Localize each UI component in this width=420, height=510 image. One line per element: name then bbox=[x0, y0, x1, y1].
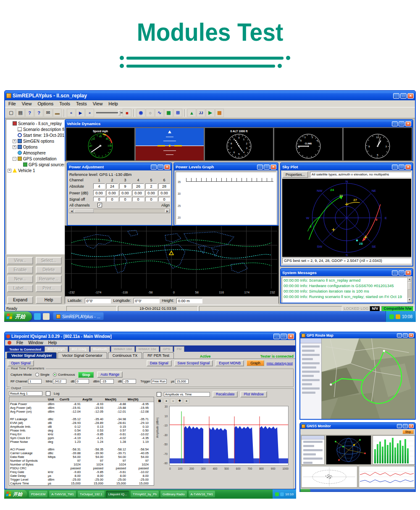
plot-cursor-icon[interactable]: + bbox=[184, 398, 189, 403]
power-value-field[interactable]: 0.00 bbox=[106, 190, 118, 196]
tree-action-button[interactable]: Delete bbox=[36, 266, 62, 274]
plot-window-button[interactable]: Plot Window bbox=[240, 391, 267, 398]
tree-item[interactable]: Atmosphere bbox=[6, 150, 64, 156]
recalculate-button[interactable]: Recalculate bbox=[213, 391, 238, 398]
menu-item[interactable]: Tools bbox=[59, 101, 70, 106]
map-icon[interactable]: ▦ bbox=[164, 109, 173, 117]
standard-tab[interactable]: 802.11b/g bbox=[69, 346, 89, 352]
taskbar-task-button[interactable]: SimREPLAYplus - ... bbox=[53, 312, 104, 321]
tree-item[interactable]: + SimGEN options bbox=[6, 138, 64, 144]
minimize-button[interactable] bbox=[273, 334, 280, 339]
snapshot-icon[interactable]: ◉ bbox=[136, 109, 145, 117]
grid-icon[interactable]: ▩ bbox=[215, 109, 224, 117]
clock-icon[interactable]: ○ bbox=[146, 109, 155, 117]
vehicle-dynamics-titlebar[interactable]: Vehicle Dynamics bbox=[66, 120, 412, 127]
all-channels-checkbox[interactable] bbox=[97, 203, 102, 207]
signal-off-field[interactable]: 0 bbox=[93, 197, 105, 201]
tree-expander[interactable] bbox=[18, 163, 22, 167]
longitude-field[interactable]: 0°0' bbox=[134, 298, 160, 303]
tray-icon[interactable] bbox=[396, 314, 400, 319]
field-input[interactable]: -15 bbox=[100, 379, 114, 384]
stop-icon[interactable]: ■ bbox=[123, 109, 131, 117]
tree-action-button[interactable]: View... bbox=[7, 257, 33, 264]
latitude-field[interactable]: 0°0' bbox=[85, 298, 111, 303]
tray-shield-icon[interactable] bbox=[389, 314, 394, 319]
minimize-button[interactable] bbox=[393, 93, 399, 99]
minimize-button[interactable] bbox=[392, 270, 398, 275]
height-field[interactable]: 0.00 m bbox=[176, 298, 202, 303]
print-icon[interactable]: ▤ bbox=[16, 109, 25, 117]
single-radio[interactable] bbox=[35, 373, 39, 377]
power-value-field[interactable]: 0.00 bbox=[145, 190, 157, 196]
tree-item[interactable]: GPS signal sources f bbox=[6, 162, 64, 167]
signal-off-field[interactable]: 0 bbox=[106, 197, 118, 201]
tree-item[interactable]: + Options bbox=[6, 144, 64, 150]
menu-item[interactable]: File bbox=[8, 101, 16, 106]
power-levels-titlebar[interactable]: Power Levels Graph bbox=[174, 163, 278, 170]
signal-off-field[interactable]: 0 bbox=[158, 197, 170, 201]
tree-action-button[interactable]: Select... bbox=[36, 257, 62, 264]
maximize-button[interactable] bbox=[399, 270, 404, 275]
play-icon[interactable]: ▶ bbox=[76, 109, 85, 117]
tree-item[interactable]: - GPS constellation bbox=[6, 156, 64, 162]
step-forward-icon[interactable]: » bbox=[85, 109, 94, 117]
tree-expander[interactable] bbox=[13, 133, 16, 137]
jamming-icon[interactable]: JJ bbox=[197, 109, 205, 117]
horizontal-scrollbar[interactable] bbox=[69, 209, 170, 213]
tree-action-button[interactable]: Label... bbox=[7, 285, 33, 292]
absolute-value-field[interactable]: 26 bbox=[132, 183, 144, 189]
tree-action-button[interactable]: Rename... bbox=[36, 275, 62, 283]
menu-item[interactable]: View bbox=[22, 101, 32, 106]
absolute-value-field[interactable]: 2 bbox=[145, 183, 157, 189]
route-map-canvas[interactable] bbox=[322, 338, 415, 419]
litepoint-titlebar[interactable]: Litepoint IQsignal 3.0.29 - [802.11a - M… bbox=[5, 332, 295, 340]
simreplay-titlebar[interactable]: SimREPLAYplus - ll.scn_replay bbox=[5, 91, 415, 100]
menu-item[interactable]: Help bbox=[48, 340, 57, 345]
standard-tab[interactable]: GPS bbox=[160, 346, 173, 352]
tree-action-button[interactable]: New... bbox=[7, 275, 33, 283]
mode-tab[interactable]: Continuous TX bbox=[108, 352, 142, 358]
tree-item[interactable]: Scenario - ll.scn_replay bbox=[6, 120, 64, 126]
layers-panel[interactable] bbox=[300, 338, 322, 419]
maximize-button[interactable] bbox=[399, 121, 404, 126]
tree-expander[interactable] bbox=[8, 122, 11, 126]
absolute-value-field[interactable]: 4 bbox=[93, 183, 105, 189]
menu-item[interactable]: Tests bbox=[76, 101, 87, 106]
standard-tab[interactable]: WiMAX 16d bbox=[111, 346, 134, 352]
signal-off-field[interactable]: 0 bbox=[145, 197, 157, 201]
absolute-value-field[interactable]: 9 bbox=[119, 183, 131, 189]
tree-action-button[interactable]: Expand bbox=[7, 296, 33, 304]
messages-scrollbar[interactable] bbox=[407, 277, 412, 303]
close-button[interactable] bbox=[405, 121, 411, 126]
minimize-button[interactable] bbox=[257, 165, 263, 170]
note-icon[interactable]: ▬ bbox=[53, 109, 62, 117]
plot-type-selector[interactable]: Amplitude vs. Time bbox=[164, 392, 210, 397]
log-checkbox[interactable] bbox=[46, 391, 50, 396]
minimize-button[interactable] bbox=[392, 165, 398, 170]
field-input[interactable]: 0 bbox=[76, 379, 89, 384]
menu-item[interactable]: View bbox=[93, 101, 103, 106]
plot-zoom-in-icon[interactable]: + bbox=[163, 398, 169, 403]
standard-tab[interactable]: 802.11a/g/n bbox=[45, 346, 68, 352]
close-button[interactable] bbox=[405, 270, 411, 275]
tree-expander[interactable]: - bbox=[13, 157, 16, 161]
field-input[interactable]: 2412 bbox=[53, 379, 66, 384]
tree-item[interactable]: Start time: 19-Oct-2012 bbox=[6, 132, 64, 138]
tree-expander[interactable] bbox=[13, 128, 16, 131]
tree-item[interactable]: + Vehicle 1 bbox=[6, 167, 64, 173]
mode-tab[interactable]: RF PER Test bbox=[143, 352, 174, 358]
properties-button[interactable]: Properties... bbox=[282, 171, 308, 178]
auto-range-button[interactable]: Auto Range bbox=[97, 371, 123, 378]
plot-save-icon[interactable]: ▤ bbox=[157, 398, 163, 403]
tree-item[interactable]: Scenario description file bbox=[6, 126, 64, 132]
route-map-titlebar[interactable]: GPS Route Map bbox=[300, 332, 415, 338]
field-input[interactable]: Free Run bbox=[151, 379, 167, 384]
mode-tab[interactable]: Vector Signal Generator bbox=[58, 352, 107, 358]
close-button[interactable] bbox=[164, 165, 170, 170]
new-file-icon[interactable]: ▢ bbox=[7, 109, 16, 117]
maximize-button[interactable] bbox=[264, 165, 270, 170]
maximize-button[interactable] bbox=[400, 93, 407, 99]
taskbar-task-button[interactable]: A-TxNV16_TM1 bbox=[49, 491, 76, 498]
close-button[interactable] bbox=[288, 334, 294, 339]
menu-item[interactable]: Help bbox=[108, 101, 118, 106]
